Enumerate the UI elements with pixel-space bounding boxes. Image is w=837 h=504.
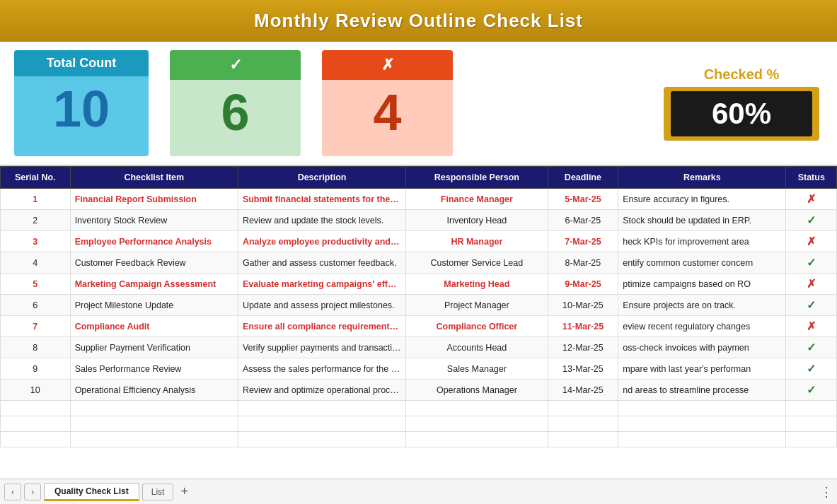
col-responsible: Responsible Person bbox=[406, 167, 548, 189]
cell-remarks: Ensure projects are on track. bbox=[618, 295, 786, 316]
cell-responsible: Accounts Head bbox=[406, 337, 548, 358]
cell-serial: 8 bbox=[1, 337, 71, 358]
table-row: 9 Sales Performance Review Assess the sa… bbox=[1, 358, 837, 380]
cell-description: Submit financial statements for the mont… bbox=[238, 189, 405, 210]
cell-responsible: Finance Manager bbox=[406, 189, 548, 210]
total-count-value: 10 bbox=[53, 83, 110, 134]
cell-description: Assess the sales performance for the mon… bbox=[238, 358, 405, 380]
table-header-row: Serial No. Checklist Item Description Re… bbox=[1, 167, 837, 189]
cell-remarks: mpare with last year's performan bbox=[618, 358, 786, 380]
table-row-empty bbox=[1, 432, 837, 447]
cell-deadline: 8-Mar-25 bbox=[548, 252, 618, 274]
page-title: Monthly Review Outline Check List bbox=[7, 10, 830, 32]
cell-description: Review and optimize operational processe… bbox=[238, 380, 405, 401]
col-description: Description bbox=[238, 167, 405, 189]
cell-deadline: 10-Mar-25 bbox=[548, 295, 618, 316]
cell-description: Verify supplier payments and transaction… bbox=[238, 337, 405, 358]
cell-serial: 5 bbox=[1, 274, 71, 295]
cell-item: Compliance Audit bbox=[70, 316, 238, 337]
cell-status: ✓ bbox=[786, 252, 837, 274]
cell-serial: 2 bbox=[1, 210, 71, 231]
cell-status: ✗ bbox=[786, 316, 837, 337]
cell-responsible: Sales Manager bbox=[406, 358, 548, 380]
percent-label: Checked % bbox=[704, 66, 780, 83]
unchecked-card: ✗ 4 bbox=[322, 50, 453, 156]
cell-serial: 3 bbox=[1, 231, 71, 252]
cell-deadline: 7-Mar-25 bbox=[548, 231, 618, 252]
cell-serial: 1 bbox=[1, 189, 71, 210]
cell-responsible: Customer Service Lead bbox=[406, 252, 548, 274]
cell-status: ✓ bbox=[786, 210, 837, 231]
cell-serial: 7 bbox=[1, 316, 71, 337]
cell-item: Sales Performance Review bbox=[70, 358, 238, 380]
total-count-card: Total Count 10 bbox=[14, 50, 149, 156]
cell-serial: 4 bbox=[1, 252, 71, 274]
cell-serial: 9 bbox=[1, 358, 71, 380]
percent-box: 60% bbox=[664, 87, 819, 141]
table-row-empty bbox=[1, 447, 837, 448]
table-row: 5 Marketing Campaign Assessment Evaluate… bbox=[1, 274, 837, 295]
cell-description: Gather and assess customer feedback. bbox=[238, 252, 405, 274]
cell-remarks: nd areas to streamline processe bbox=[618, 380, 786, 401]
cell-remarks: Ensure accuracy in figures. bbox=[618, 189, 786, 210]
cell-item: Financial Report Submission bbox=[70, 189, 238, 210]
cell-item: Supplier Payment Verification bbox=[70, 337, 238, 358]
cell-item: Marketing Campaign Assessment bbox=[70, 274, 238, 295]
header-bar: Monthly Review Outline Check List bbox=[0, 0, 837, 42]
cell-item: Inventory Stock Review bbox=[70, 210, 238, 231]
unchecked-value: 4 bbox=[373, 87, 401, 138]
table-row-empty bbox=[1, 416, 837, 432]
cell-serial: 10 bbox=[1, 380, 71, 401]
cell-status: ✗ bbox=[786, 274, 837, 295]
percent-value: 60% bbox=[671, 91, 812, 136]
table-container: Serial No. Checklist Item Description Re… bbox=[0, 165, 837, 447]
cell-description: Review and update the stock levels. bbox=[238, 210, 405, 231]
summary-row: Total Count 10 ✓ 6 ✗ 4 Checked % 60% bbox=[0, 42, 837, 165]
cell-status: ✓ bbox=[786, 380, 837, 401]
cell-status: ✓ bbox=[786, 358, 837, 380]
percent-section: Checked % 60% bbox=[660, 50, 823, 156]
table-row-empty bbox=[1, 401, 837, 416]
cell-item: Operational Efficiency Analysis bbox=[70, 380, 238, 401]
checked-icon: ✓ bbox=[170, 50, 301, 80]
cell-deadline: 9-Mar-25 bbox=[548, 274, 618, 295]
cell-responsible: Compliance Officer bbox=[406, 316, 548, 337]
checked-card: ✓ 6 bbox=[170, 50, 301, 156]
table-row: 3 Employee Performance Analysis Analyze … bbox=[1, 231, 837, 252]
cell-remarks: heck KPIs for improvement area bbox=[618, 231, 786, 252]
cell-deadline: 14-Mar-25 bbox=[548, 380, 618, 401]
cell-description: Ensure all compliance requirements are m… bbox=[238, 316, 405, 337]
cell-item: Project Milestone Update bbox=[70, 295, 238, 316]
table-row: 10 Operational Efficiency Analysis Revie… bbox=[1, 380, 837, 401]
total-count-label: Total Count bbox=[14, 50, 149, 76]
cell-deadline: 13-Mar-25 bbox=[548, 358, 618, 380]
cell-deadline: 12-Mar-25 bbox=[548, 337, 618, 358]
cell-responsible: Operations Manager bbox=[406, 380, 548, 401]
cell-serial: 6 bbox=[1, 295, 71, 316]
cell-status: ✓ bbox=[786, 295, 837, 316]
cell-remarks: eview recent regulatory changes bbox=[618, 316, 786, 337]
checked-value: 6 bbox=[221, 87, 249, 138]
table-row: 2 Inventory Stock Review Review and upda… bbox=[1, 210, 837, 231]
col-remarks: Remarks bbox=[618, 167, 786, 189]
cell-responsible: Marketing Head bbox=[406, 274, 548, 295]
cell-description: Update and assess project milestones. bbox=[238, 295, 405, 316]
cell-status: ✓ bbox=[786, 337, 837, 358]
cell-responsible: HR Manager bbox=[406, 231, 548, 252]
table-row: 6 Project Milestone Update Update and as… bbox=[1, 295, 837, 316]
cell-item: Employee Performance Analysis bbox=[70, 231, 238, 252]
cell-item: Customer Feedback Review bbox=[70, 252, 238, 274]
cell-deadline: 6-Mar-25 bbox=[548, 210, 618, 231]
cell-remarks: ptimize campaigns based on RO bbox=[618, 274, 786, 295]
col-serial: Serial No. bbox=[1, 167, 71, 189]
cell-description: Evaluate marketing campaigns' effectiven… bbox=[238, 274, 405, 295]
table-row: 4 Customer Feedback Review Gather and as… bbox=[1, 252, 837, 274]
checklist-table: Serial No. Checklist Item Description Re… bbox=[0, 166, 837, 447]
cell-remarks: entify common customer concern bbox=[618, 252, 786, 274]
table-row: 7 Compliance Audit Ensure all compliance… bbox=[1, 316, 837, 337]
col-item: Checklist Item bbox=[70, 167, 238, 189]
col-deadline: Deadline bbox=[548, 167, 618, 189]
cell-description: Analyze employee productivity and effici… bbox=[238, 231, 405, 252]
unchecked-icon: ✗ bbox=[322, 50, 453, 80]
cell-remarks: Stock should be updated in ERP. bbox=[618, 210, 786, 231]
